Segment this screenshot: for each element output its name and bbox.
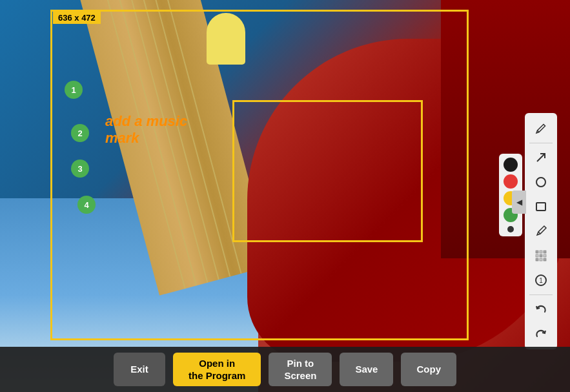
- svg-rect-6: [536, 254, 538, 257]
- save-button[interactable]: Save: [340, 353, 393, 386]
- svg-text:1: 1: [539, 277, 543, 284]
- svg-rect-8: [544, 254, 546, 257]
- color-small-dot[interactable]: [507, 226, 514, 232]
- svg-rect-7: [540, 254, 542, 257]
- svg-rect-4: [540, 251, 542, 253]
- divider-2: [529, 294, 553, 295]
- blur-tool-button[interactable]: [528, 244, 554, 267]
- svg-point-1: [536, 178, 545, 187]
- circle-tool-button[interactable]: [528, 170, 554, 194]
- svg-rect-11: [544, 258, 546, 261]
- annotation-text: add a music mark: [105, 113, 187, 147]
- svg-rect-2: [536, 203, 545, 211]
- redo-button[interactable]: [528, 322, 554, 346]
- expand-arrow-button[interactable]: ◀: [512, 191, 526, 214]
- inner-selection: [232, 100, 423, 242]
- svg-rect-9: [536, 258, 538, 261]
- step-marker-4: 4: [77, 196, 96, 214]
- open-in-program-button[interactable]: Open in the Program: [173, 353, 261, 386]
- divider-1: [529, 143, 553, 143]
- edit-tool-button[interactable]: [528, 117, 554, 140]
- svg-line-0: [537, 154, 545, 161]
- pin-to-screen-button[interactable]: Pin to Screen: [269, 353, 332, 386]
- undo-button[interactable]: [528, 298, 554, 321]
- color-red[interactable]: [504, 174, 518, 189]
- step-marker-2: 2: [71, 124, 89, 142]
- number-tool-button[interactable]: 1: [528, 269, 554, 292]
- color-black[interactable]: [504, 158, 518, 172]
- arrow-tool-button[interactable]: [528, 146, 554, 169]
- step-marker-3: 3: [71, 160, 89, 178]
- dimension-label: 636 x 472: [53, 12, 101, 24]
- copy-button[interactable]: Copy: [401, 353, 456, 386]
- rectangle-tool-button[interactable]: [528, 195, 554, 218]
- svg-rect-10: [540, 258, 542, 261]
- pencil-tool-button[interactable]: [528, 220, 554, 243]
- svg-rect-5: [544, 251, 546, 253]
- bottom-toolbar: Exit Open in the Program Pin to Screen S…: [0, 347, 570, 392]
- svg-rect-3: [536, 251, 538, 253]
- step-marker-1: 1: [65, 81, 83, 99]
- drawing-toolbar: 1: [525, 113, 557, 349]
- exit-button[interactable]: Exit: [114, 353, 165, 386]
